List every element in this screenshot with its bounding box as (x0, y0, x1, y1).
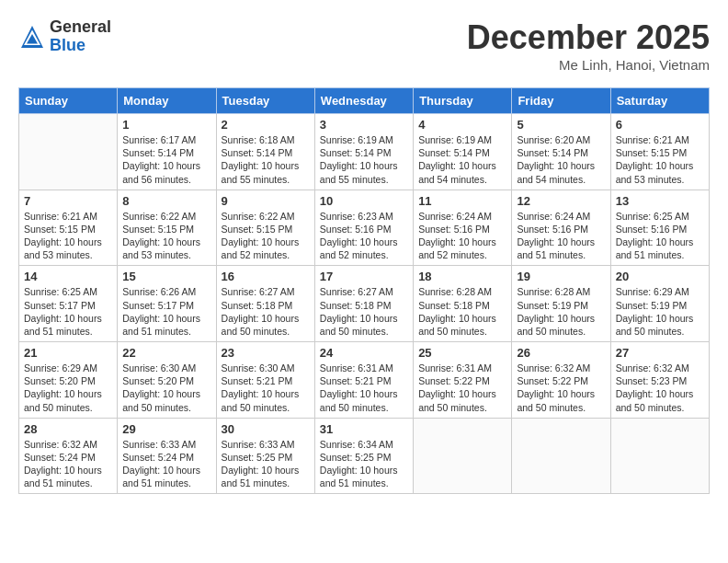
day-number: 22 (122, 346, 210, 360)
day-number: 13 (616, 194, 704, 208)
calendar-cell: 21Sunrise: 6:29 AM Sunset: 5:20 PM Dayli… (19, 342, 118, 419)
calendar-cell: 10Sunrise: 6:23 AM Sunset: 5:16 PM Dayli… (314, 190, 413, 266)
day-info: Sunrise: 6:27 AM Sunset: 5:18 PM Dayligh… (320, 285, 408, 338)
day-number: 29 (122, 422, 210, 436)
day-info: Sunrise: 6:23 AM Sunset: 5:16 PM Dayligh… (320, 210, 408, 262)
logo-icon (18, 23, 46, 51)
day-number: 9 (222, 194, 310, 208)
header-wednesday: Wednesday (314, 88, 413, 114)
day-info: Sunrise: 6:34 AM Sunset: 5:25 PM Dayligh… (320, 438, 408, 490)
day-number: 30 (222, 422, 310, 436)
calendar-cell: 22Sunrise: 6:30 AM Sunset: 5:20 PM Dayli… (118, 342, 216, 419)
day-info: Sunrise: 6:21 AM Sunset: 5:15 PM Dayligh… (24, 210, 112, 262)
day-info: Sunrise: 6:20 AM Sunset: 5:14 PM Dayligh… (517, 133, 605, 186)
calendar-cell: 7Sunrise: 6:21 AM Sunset: 5:15 PM Daylig… (19, 190, 118, 266)
day-info: Sunrise: 6:32 AM Sunset: 5:22 PM Dayligh… (517, 362, 605, 414)
day-number: 17 (320, 270, 408, 283)
header-sunday: Sunday (19, 88, 118, 114)
day-number: 3 (320, 118, 408, 132)
day-number: 28 (24, 422, 112, 436)
day-info: Sunrise: 6:33 AM Sunset: 5:24 PM Dayligh… (122, 438, 210, 490)
calendar-cell: 18Sunrise: 6:28 AM Sunset: 5:18 PM Dayli… (414, 266, 512, 342)
calendar-cell: 9Sunrise: 6:22 AM Sunset: 5:15 PM Daylig… (216, 190, 314, 266)
day-number: 1 (122, 118, 210, 132)
day-number: 20 (616, 270, 704, 283)
day-info: Sunrise: 6:26 AM Sunset: 5:17 PM Dayligh… (122, 285, 210, 338)
calendar-cell: 30Sunrise: 6:33 AM Sunset: 5:25 PM Dayli… (216, 418, 314, 494)
calendar-cell: 15Sunrise: 6:26 AM Sunset: 5:17 PM Dayli… (118, 266, 216, 342)
header-tuesday: Tuesday (216, 88, 314, 114)
day-info: Sunrise: 6:29 AM Sunset: 5:20 PM Dayligh… (24, 362, 112, 414)
day-number: 6 (616, 118, 704, 132)
day-info: Sunrise: 6:32 AM Sunset: 5:23 PM Dayligh… (616, 362, 704, 414)
calendar-week-row: 28Sunrise: 6:32 AM Sunset: 5:24 PM Dayli… (19, 418, 710, 494)
calendar-cell: 2Sunrise: 6:18 AM Sunset: 5:14 PM Daylig… (216, 114, 314, 190)
day-info: Sunrise: 6:27 AM Sunset: 5:18 PM Dayligh… (222, 285, 310, 338)
day-number: 26 (517, 346, 605, 360)
calendar-week-row: 14Sunrise: 6:25 AM Sunset: 5:17 PM Dayli… (19, 266, 710, 342)
day-info: Sunrise: 6:22 AM Sunset: 5:15 PM Dayligh… (222, 210, 310, 262)
calendar-cell: 8Sunrise: 6:22 AM Sunset: 5:15 PM Daylig… (118, 190, 216, 266)
calendar-cell: 11Sunrise: 6:24 AM Sunset: 5:16 PM Dayli… (414, 190, 512, 266)
calendar-cell: 14Sunrise: 6:25 AM Sunset: 5:17 PM Dayli… (19, 266, 118, 342)
calendar-cell (512, 418, 610, 494)
day-number: 5 (517, 118, 605, 132)
calendar-cell: 1Sunrise: 6:17 AM Sunset: 5:14 PM Daylig… (118, 114, 216, 190)
day-info: Sunrise: 6:33 AM Sunset: 5:25 PM Dayligh… (222, 438, 310, 490)
day-info: Sunrise: 6:30 AM Sunset: 5:20 PM Dayligh… (122, 362, 210, 414)
month-title: December 2025 (467, 18, 710, 57)
logo: General Blue (18, 18, 111, 55)
day-info: Sunrise: 6:28 AM Sunset: 5:18 PM Dayligh… (418, 285, 506, 338)
header-monday: Monday (118, 88, 216, 114)
calendar-cell: 6Sunrise: 6:21 AM Sunset: 5:15 PM Daylig… (610, 114, 709, 190)
calendar-cell: 4Sunrise: 6:19 AM Sunset: 5:14 PM Daylig… (414, 114, 512, 190)
calendar-cell (610, 418, 709, 494)
day-info: Sunrise: 6:28 AM Sunset: 5:19 PM Dayligh… (517, 285, 605, 338)
day-info: Sunrise: 6:24 AM Sunset: 5:16 PM Dayligh… (418, 210, 506, 262)
day-info: Sunrise: 6:31 AM Sunset: 5:21 PM Dayligh… (320, 362, 408, 414)
calendar-cell: 13Sunrise: 6:25 AM Sunset: 5:16 PM Dayli… (610, 190, 709, 266)
day-number: 23 (222, 346, 310, 360)
day-info: Sunrise: 6:29 AM Sunset: 5:19 PM Dayligh… (616, 285, 704, 338)
header-friday: Friday (512, 88, 610, 114)
day-info: Sunrise: 6:25 AM Sunset: 5:16 PM Dayligh… (616, 210, 704, 262)
logo-blue-text: Blue (50, 37, 111, 55)
day-number: 14 (24, 270, 112, 283)
day-number: 21 (24, 346, 112, 360)
calendar-cell: 26Sunrise: 6:32 AM Sunset: 5:22 PM Dayli… (512, 342, 610, 419)
calendar-header-row: Sunday Monday Tuesday Wednesday Thursday… (19, 88, 710, 114)
calendar-cell: 25Sunrise: 6:31 AM Sunset: 5:22 PM Dayli… (414, 342, 512, 419)
title-area: December 2025 Me Linh, Hanoi, Vietnam (467, 18, 710, 73)
calendar-cell: 3Sunrise: 6:19 AM Sunset: 5:14 PM Daylig… (314, 114, 413, 190)
page-header: General Blue December 2025 Me Linh, Hano… (18, 18, 710, 73)
calendar-cell: 23Sunrise: 6:30 AM Sunset: 5:21 PM Dayli… (216, 342, 314, 419)
calendar-cell: 29Sunrise: 6:33 AM Sunset: 5:24 PM Dayli… (118, 418, 216, 494)
calendar-cell: 19Sunrise: 6:28 AM Sunset: 5:19 PM Dayli… (512, 266, 610, 342)
day-number: 12 (517, 194, 605, 208)
calendar-cell: 16Sunrise: 6:27 AM Sunset: 5:18 PM Dayli… (216, 266, 314, 342)
day-number: 4 (418, 118, 506, 132)
calendar-cell (19, 114, 118, 190)
day-info: Sunrise: 6:22 AM Sunset: 5:15 PM Dayligh… (122, 210, 210, 262)
calendar-cell: 12Sunrise: 6:24 AM Sunset: 5:16 PM Dayli… (512, 190, 610, 266)
calendar-cell: 20Sunrise: 6:29 AM Sunset: 5:19 PM Dayli… (610, 266, 709, 342)
day-info: Sunrise: 6:19 AM Sunset: 5:14 PM Dayligh… (418, 133, 506, 186)
day-number: 11 (418, 194, 506, 208)
calendar-cell (414, 418, 512, 494)
day-number: 24 (320, 346, 408, 360)
header-saturday: Saturday (610, 88, 709, 114)
day-info: Sunrise: 6:17 AM Sunset: 5:14 PM Dayligh… (122, 133, 210, 186)
day-info: Sunrise: 6:21 AM Sunset: 5:15 PM Dayligh… (616, 133, 704, 186)
day-number: 7 (24, 194, 112, 208)
day-number: 31 (320, 422, 408, 436)
calendar-week-row: 7Sunrise: 6:21 AM Sunset: 5:15 PM Daylig… (19, 190, 710, 266)
header-thursday: Thursday (414, 88, 512, 114)
day-number: 18 (418, 270, 506, 283)
day-number: 10 (320, 194, 408, 208)
day-info: Sunrise: 6:24 AM Sunset: 5:16 PM Dayligh… (517, 210, 605, 262)
day-number: 16 (222, 270, 310, 283)
logo-general-text: General (50, 18, 111, 37)
location-text: Me Linh, Hanoi, Vietnam (467, 57, 710, 73)
day-info: Sunrise: 6:25 AM Sunset: 5:17 PM Dayligh… (24, 285, 112, 338)
day-info: Sunrise: 6:19 AM Sunset: 5:14 PM Dayligh… (320, 133, 408, 186)
